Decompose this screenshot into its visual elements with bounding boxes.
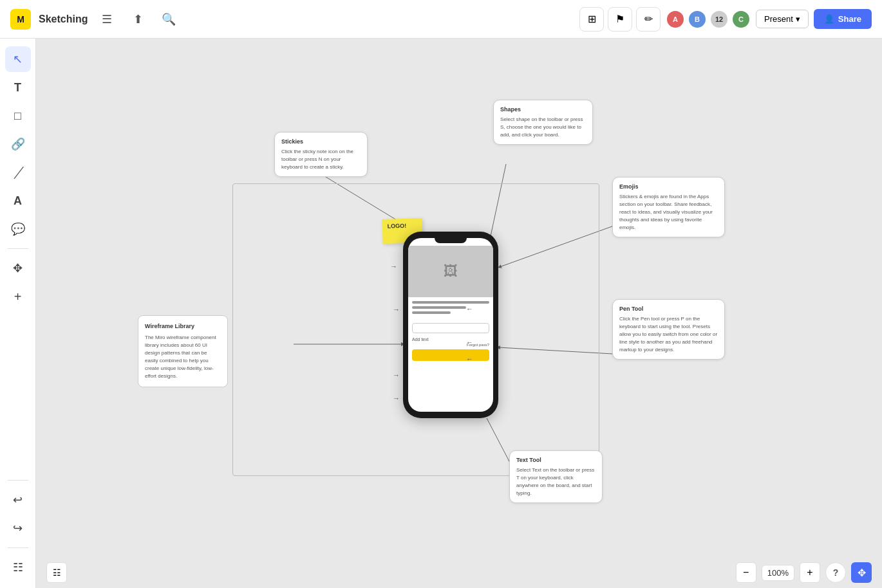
phone-add-text: Add text — [408, 336, 493, 343]
callout-pen-tool: Pen Tool Click the Pen tool or press P o… — [612, 299, 725, 360]
arrow-text: → — [393, 371, 400, 379]
flag-tool-button[interactable]: ⚑ — [608, 7, 632, 32]
share-button[interactable]: 👤 Share — [814, 9, 872, 29]
phone-enter-button — [412, 349, 489, 361]
phone-mockup: 🖼 Add text Forgot pass? — [403, 232, 498, 418]
miro-logo-icon[interactable]: M — [10, 9, 31, 30]
arrow-enter: → — [393, 394, 400, 402]
avatar-1: A — [666, 10, 685, 29]
phone-text-line-2 — [412, 306, 466, 309]
zoom-in-button[interactable]: + — [800, 562, 820, 583]
arrow-right-3: ← — [466, 355, 473, 363]
avatar-2: B — [688, 10, 707, 29]
sidebar-tool-marker[interactable]: A — [5, 188, 31, 214]
avatar-count: 12 — [709, 10, 729, 29]
sidebar-tool-comment[interactable]: 💬 — [5, 216, 31, 242]
phone-input-field — [412, 323, 489, 333]
phone-text-lines — [408, 297, 493, 320]
help-button[interactable]: ? — [825, 562, 846, 583]
zoom-level-display: 100% — [762, 565, 794, 581]
callout-shapes: Shapes Select shape on the toolbar or pr… — [493, 100, 593, 145]
sidebar-tool-select[interactable]: ↖ — [5, 46, 31, 72]
arrow-right-1: ← — [466, 305, 473, 313]
topbar-left: M Sketching ☰ ⬆ 🔍 — [10, 8, 180, 31]
arrow-right-2: ← — [466, 338, 473, 346]
sidebar-tool-pen[interactable]: ╱ — [5, 160, 31, 185]
callout-stickies: Stickies Click the sticky note icon on t… — [274, 132, 368, 177]
bottombar-left: ☷ — [46, 562, 67, 583]
sidebar-tool-map[interactable]: ☷ — [5, 555, 31, 580]
sidebar-tool-connect[interactable]: 🔗 — [5, 131, 31, 157]
zoom-out-button[interactable]: − — [736, 562, 756, 583]
search-button[interactable]: 🔍 — [157, 8, 180, 31]
create-tool-button[interactable]: ⊞ — [579, 7, 604, 32]
pen-tool-button[interactable]: ✏ — [636, 7, 661, 32]
phone-forgot-text: Forgot pass? — [408, 343, 493, 348]
board-title: Sketching — [39, 14, 88, 25]
fit-button[interactable]: ✥ — [851, 562, 872, 583]
sidebar-divider-3 — [8, 547, 28, 548]
phone-text-line-3 — [412, 311, 451, 314]
present-button[interactable]: Present ▾ — [756, 10, 809, 28]
sidebar-tool-add[interactable]: + — [5, 284, 31, 309]
phone-image-placeholder: 🖼 — [408, 246, 493, 297]
toolbar-tools: ⊞ ⚑ ✏ — [579, 7, 661, 32]
canvas-inner: Stickies Click the sticky note icon on t… — [36, 39, 882, 588]
collaborators: A B 12 C — [666, 10, 751, 29]
sidebar-tool-sticky[interactable]: □ — [5, 103, 31, 129]
map-view-button[interactable]: ☷ — [46, 562, 67, 583]
sidebar-divider-2 — [8, 480, 28, 481]
callout-emojis: Emojis Stickers & emojis are found in th… — [612, 177, 725, 237]
sidebar-tool-apps[interactable]: ✥ — [5, 255, 31, 281]
miro-logo: M — [10, 9, 31, 30]
phone-notch — [435, 238, 467, 243]
sidebar-tool-text[interactable]: T — [5, 75, 31, 100]
wireframe-library-card: Wireframe Library The Miro wireframe com… — [138, 315, 228, 387]
phone-text-line-1 — [412, 301, 489, 304]
sidebar-divider — [8, 248, 28, 249]
callout-text-tool: Text Tool Select Text on the toolbar or … — [509, 450, 603, 503]
sidebar: ↖ T □ 🔗 ╱ A 💬 ✥ + ↩ ↪ ☷ — [0, 39, 36, 588]
arrow-logo: → — [390, 262, 397, 270]
menu-button[interactable]: ☰ — [95, 8, 118, 31]
topbar-right: ⊞ ⚑ ✏ A B 12 C Present ▾ 👤 Share — [579, 7, 872, 32]
bottombar-right: − 100% + ? ✥ — [736, 562, 872, 583]
canvas[interactable]: Stickies Click the sticky note icon on t… — [36, 39, 882, 588]
phone-screen: 🖼 Add text Forgot pass? — [408, 238, 493, 412]
sidebar-tool-undo[interactable]: ↩ — [5, 487, 31, 513]
export-button[interactable]: ⬆ — [126, 8, 149, 31]
sidebar-bottom: ↩ ↪ ☷ — [5, 476, 31, 580]
avatar-3: C — [731, 10, 751, 29]
topbar: M Sketching ☰ ⬆ 🔍 ⊞ ⚑ ✏ A B 12 C Present… — [0, 0, 882, 39]
arrow-wireframe: → — [393, 306, 400, 313]
sidebar-tool-redo[interactable]: ↪ — [5, 515, 31, 541]
